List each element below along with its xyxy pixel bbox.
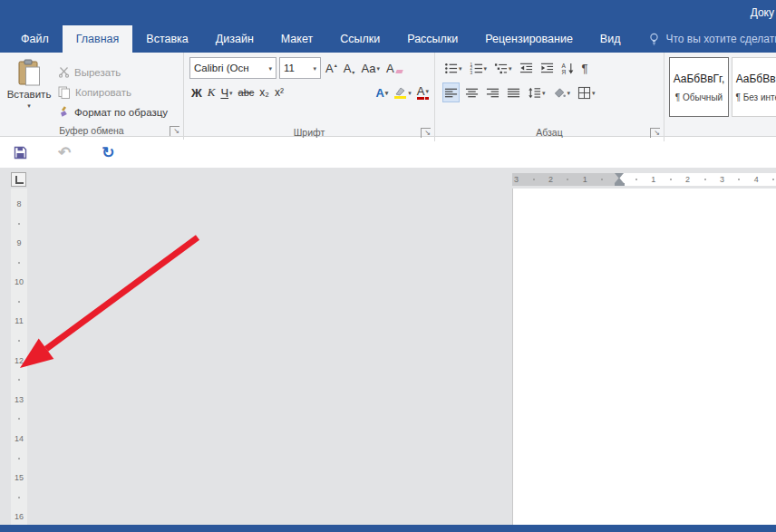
clear-formatting-glyph: А [386, 62, 394, 75]
sort-icon: А Я [561, 62, 575, 75]
chevron-down-icon: ▾ [385, 90, 389, 96]
word-window: Доку Файл Главная Вставка Дизайн Макет С… [0, 0, 776, 532]
dialog-launcher-icon[interactable]: ↘ [421, 128, 431, 138]
numbering-button[interactable]: 123 ▾ [468, 58, 490, 78]
chevron-down-icon: ▾ [484, 65, 488, 72]
tab-home[interactable]: Главная [63, 25, 133, 53]
cut-label: Вырезать [74, 67, 121, 78]
line-spacing-icon [528, 86, 541, 100]
sort-button[interactable]: А Я [559, 58, 577, 78]
clipboard-icon [17, 59, 41, 86]
save-icon [14, 146, 27, 160]
ruler-margin-zone [512, 173, 619, 186]
text-effects-button[interactable]: А ▾ [373, 82, 390, 102]
underline-glyph: Ч [220, 86, 228, 100]
left-indent-marker[interactable] [615, 183, 625, 186]
align-right-icon [486, 86, 500, 100]
style-name: ¶ Без инте... [736, 92, 776, 102]
grow-font-button[interactable]: А ▴ [324, 58, 339, 78]
chevron-down-icon: ▾ [268, 65, 272, 72]
tab-layout[interactable]: Макет [267, 25, 326, 53]
line-spacing-button[interactable]: ▾ [526, 82, 548, 102]
document-page[interactable] [512, 189, 776, 525]
style-preview: АаБбВвГг, [674, 73, 725, 85]
vertical-ruler[interactable]: 8910111213141516 [11, 189, 27, 525]
paragraph-row-2: ▾ ▾ ▾ [442, 82, 660, 103]
change-case-glyph: Аа [361, 62, 375, 75]
bullets-button[interactable]: ▾ [442, 58, 464, 78]
justify-icon [507, 86, 520, 100]
multilevel-list-button[interactable]: ▾ [492, 58, 514, 78]
superscript-button[interactable]: х² [273, 82, 286, 102]
increase-indent-icon [540, 62, 554, 75]
borders-grid-icon [577, 86, 591, 100]
clear-formatting-button[interactable]: А [384, 58, 404, 78]
font-row-1: Calibri (Осн ▾ 11 ▾ А ▴ А ▾ Аа ▾ [189, 58, 431, 78]
highlight-color-button[interactable]: ▾ [392, 82, 413, 102]
show-marks-button[interactable]: ¶ [580, 58, 590, 78]
copy-button[interactable]: Копировать [56, 83, 170, 101]
title-bar: Доку [0, 0, 776, 25]
font-color-glyph: А [417, 85, 425, 100]
style-card-normal[interactable]: АаБбВвГг, ¶ Обычный [669, 57, 729, 117]
copy-icon [58, 86, 71, 99]
format-painter-label: Формат по образцу [74, 107, 168, 118]
cut-button[interactable]: Вырезать [56, 63, 170, 81]
scissors-icon [58, 66, 70, 78]
format-painter-button[interactable]: Формат по образцу [56, 103, 170, 121]
format-painter-icon [58, 106, 70, 118]
multilevel-list-icon [494, 62, 508, 75]
arrow-down-icon: ▾ [352, 69, 354, 75]
grow-font-glyph: А [325, 62, 334, 75]
tab-mailings[interactable]: Рассылки [393, 25, 471, 53]
chevron-down-icon: ▾ [425, 85, 429, 100]
copy-label: Копировать [75, 87, 131, 98]
save-button[interactable] [14, 146, 27, 160]
paste-button[interactable]: Вставить ▾ [5, 56, 53, 128]
tell-me-box[interactable]: Что вы хотите сделать? [648, 25, 776, 53]
underline-button[interactable]: Ч ▾ [218, 82, 234, 102]
horizontal-ruler[interactable]: 3211234 [512, 173, 776, 186]
borders-button[interactable]: ▾ [576, 82, 597, 102]
ribbon-group-clipboard: Вставить ▾ Вырезать [0, 53, 184, 140]
shrink-font-glyph: А [344, 62, 352, 75]
status-bar [0, 525, 776, 532]
ribbon-group-styles: АаБбВвГг, ¶ Обычный АаБбВвГг, ¶ Без инте… [664, 53, 776, 140]
align-center-button[interactable] [463, 82, 480, 102]
tab-view[interactable]: Вид [587, 25, 635, 53]
font-size-combobox[interactable]: 11 ▾ [279, 57, 321, 79]
pilcrow-icon: ¶ [582, 62, 588, 75]
paragraph-group-label: Абзац [435, 127, 664, 138]
style-card-no-spacing[interactable]: АаБбВвГг, ¶ Без инте... [732, 57, 776, 117]
tab-review[interactable]: Рецензирование [471, 25, 587, 53]
italic-button[interactable]: К [206, 82, 218, 102]
font-name-combobox[interactable]: Calibri (Осн ▾ [189, 57, 276, 79]
shrink-font-button[interactable]: А ▾ [342, 58, 357, 78]
decrease-indent-icon [519, 62, 533, 75]
arrow-up-icon: ▴ [335, 62, 337, 68]
increase-indent-button[interactable] [538, 58, 556, 78]
bold-button[interactable]: Ж [189, 82, 204, 102]
font-color-button[interactable]: А ▾ [415, 82, 431, 102]
undo-button[interactable]: ↶ [58, 145, 71, 160]
justify-button[interactable] [505, 82, 522, 102]
align-right-button[interactable] [484, 82, 501, 102]
align-left-button[interactable] [442, 82, 460, 102]
shading-button[interactable]: ▾ [551, 82, 573, 102]
tab-insert[interactable]: Вставка [132, 25, 201, 53]
redo-button[interactable]: ↻ [102, 145, 114, 160]
change-case-button[interactable]: Аа ▾ [359, 58, 382, 78]
decrease-indent-button[interactable] [518, 58, 535, 78]
tab-design[interactable]: Дизайн [202, 25, 267, 53]
paint-bucket-icon [553, 86, 567, 100]
tab-references[interactable]: Ссылки [326, 25, 393, 53]
align-center-icon [465, 86, 479, 100]
ribbon: Вставить ▾ Вырезать [0, 53, 776, 137]
tab-selector[interactable] [11, 172, 26, 187]
dialog-launcher-icon[interactable]: ↘ [170, 126, 179, 136]
strikethrough-button[interactable]: abc [237, 82, 257, 102]
dialog-launcher-icon[interactable]: ↘ [650, 128, 660, 138]
tab-file[interactable]: Файл [7, 25, 63, 53]
clipboard-group-label: Буфер обмена [0, 125, 183, 136]
subscript-button[interactable]: х₂ [257, 82, 271, 102]
